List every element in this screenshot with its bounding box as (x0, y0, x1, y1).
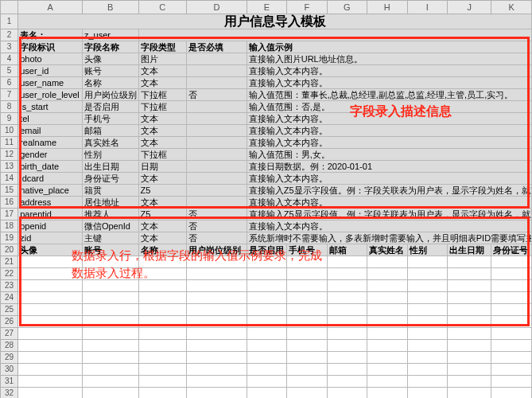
cell[interactable] (407, 268, 447, 280)
cell[interactable] (327, 376, 367, 388)
field-type[interactable]: 文本 (138, 65, 187, 77)
row-header[interactable]: 25 (1, 304, 18, 316)
field-required[interactable] (187, 173, 247, 185)
cell[interactable] (327, 280, 367, 292)
cell[interactable] (187, 328, 247, 340)
field-name[interactable]: 是否启用 (82, 101, 138, 113)
cell[interactable] (138, 388, 187, 399)
cell[interactable] (407, 352, 447, 364)
cell[interactable] (138, 316, 187, 328)
col-header[interactable]: K (491, 1, 532, 14)
field-header-cell[interactable]: 字段名称 (82, 41, 138, 53)
cell[interactable] (367, 388, 407, 399)
field-id[interactable]: is_start (18, 101, 83, 113)
cell[interactable] (187, 376, 247, 388)
field-required[interactable] (187, 65, 247, 77)
title-cell[interactable]: 用户信息导入模板 (18, 14, 532, 29)
field-id[interactable]: parentid (18, 209, 83, 220)
field-name[interactable]: 性别 (82, 149, 138, 161)
cell[interactable] (138, 304, 187, 316)
cell[interactable] (82, 388, 138, 399)
cell[interactable] (448, 364, 491, 376)
row-header[interactable]: 29 (1, 352, 18, 364)
field-example[interactable]: 直接输入Z5显示字段值。例：字段关联表为用户表，显示字段为姓名，就直接输入 (247, 185, 531, 197)
field-type[interactable]: 下拉框 (138, 89, 187, 101)
field-required[interactable] (187, 101, 247, 113)
cell[interactable] (187, 340, 247, 352)
meta-label[interactable]: 表名： (18, 29, 83, 41)
cell[interactable] (327, 292, 367, 304)
row-header[interactable]: 31 (1, 376, 18, 388)
col-header[interactable]: H (367, 1, 407, 14)
cell[interactable] (138, 364, 187, 376)
cell[interactable] (138, 328, 187, 340)
cell[interactable] (448, 316, 491, 328)
field-example[interactable]: 直接输入文本内容。 (247, 197, 531, 209)
spreadsheet-grid[interactable]: A B C D E F G H I J K 1用户信息导入模板2表名：z_use… (0, 0, 532, 398)
cell[interactable] (448, 340, 491, 352)
cell[interactable] (82, 292, 138, 304)
cell[interactable] (187, 388, 247, 399)
field-required[interactable] (187, 137, 247, 149)
field-header-cell[interactable]: 字段类型 (138, 41, 187, 53)
field-example[interactable]: 直接日期数据。例：2020-01-01 (247, 161, 531, 173)
cell[interactable] (327, 364, 367, 376)
cell[interactable] (18, 388, 83, 399)
cell[interactable] (287, 376, 327, 388)
col-header[interactable]: B (82, 1, 138, 14)
field-example[interactable]: 系统新增时不需要输入，多表新增时需要输入，并且明细表PID需要填写主表主键 (247, 232, 531, 244)
row-header[interactable]: 15 (1, 185, 18, 197)
field-type[interactable]: 文本 (138, 137, 187, 149)
cell[interactable] (327, 340, 367, 352)
cell[interactable] (287, 304, 327, 316)
row-header[interactable]: 20 (1, 244, 18, 256)
cell[interactable] (327, 328, 367, 340)
col-header[interactable]: D (187, 1, 247, 14)
data-header-cell[interactable]: 性别 (407, 244, 447, 256)
cell[interactable] (327, 256, 367, 268)
cell[interactable] (407, 316, 447, 328)
cell[interactable] (367, 340, 407, 352)
cell[interactable] (491, 268, 532, 280)
cell[interactable] (138, 376, 187, 388)
cell[interactable] (407, 256, 447, 268)
field-required[interactable]: 否 (187, 232, 247, 244)
field-required[interactable]: 否 (187, 89, 247, 101)
cell[interactable] (367, 364, 407, 376)
field-required[interactable] (187, 197, 247, 209)
field-header-cell[interactable]: 输入值示例 (247, 41, 531, 53)
row-header[interactable]: 21 (1, 256, 18, 268)
meta-value[interactable]: z_user (82, 29, 138, 41)
col-header[interactable]: F (287, 1, 327, 14)
cell[interactable] (407, 388, 447, 399)
field-name[interactable]: 头像 (82, 53, 138, 65)
field-example[interactable]: 直接输入文本内容。 (247, 77, 531, 89)
cell[interactable] (448, 376, 491, 388)
cell[interactable] (18, 352, 83, 364)
field-type[interactable]: 日期 (138, 161, 187, 173)
cell[interactable] (287, 328, 327, 340)
field-id[interactable]: birth_date (18, 161, 83, 173)
field-name[interactable]: 账号 (82, 65, 138, 77)
field-id[interactable]: gender (18, 149, 83, 161)
cell[interactable] (491, 292, 532, 304)
row-header[interactable]: 5 (1, 65, 18, 77)
cell[interactable] (287, 292, 327, 304)
cell[interactable] (187, 364, 247, 376)
row-header[interactable]: 3 (1, 41, 18, 53)
cell[interactable] (247, 292, 286, 304)
field-example[interactable]: 输入值范围：董事长,总裁,总经理,副总监,总监,经理,主管,员工,实习。 (247, 89, 531, 101)
row-header[interactable]: 9 (1, 113, 18, 125)
field-name[interactable]: 用户岗位级别 (82, 89, 138, 101)
row-header[interactable]: 24 (1, 292, 18, 304)
field-type[interactable]: 文本 (138, 125, 187, 137)
field-id[interactable]: user_id (18, 65, 83, 77)
cell[interactable] (327, 316, 367, 328)
data-header-cell[interactable]: 身份证号 (491, 244, 532, 256)
field-type[interactable]: 文本 (138, 173, 187, 185)
field-required[interactable]: 否 (187, 209, 247, 220)
cell[interactable] (367, 316, 407, 328)
field-name[interactable]: 手机号 (82, 113, 138, 125)
cell[interactable] (407, 292, 447, 304)
field-id[interactable]: realname (18, 137, 83, 149)
